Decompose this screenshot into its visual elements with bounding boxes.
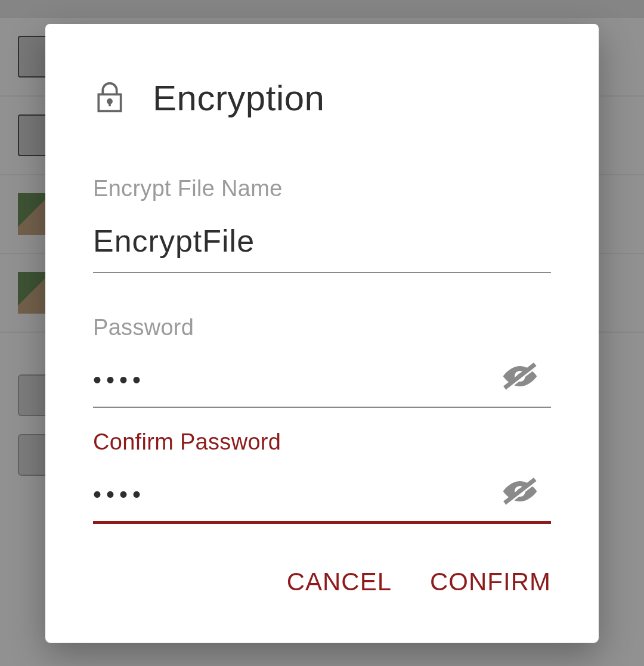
dialog-header: Encryption [93, 24, 551, 119]
dialog-button-row: CANCEL CONFIRM [93, 568, 551, 643]
filename-input[interactable] [93, 216, 551, 273]
cancel-button[interactable]: CANCEL [287, 568, 392, 596]
password-field-group: Password [93, 315, 551, 408]
filename-label: Encrypt File Name [93, 176, 551, 202]
confirm-password-label: Confirm Password [93, 429, 551, 455]
confirm-button[interactable]: CONFIRM [430, 568, 551, 596]
confirm-password-input[interactable] [93, 469, 551, 524]
toggle-confirm-visibility-button[interactable] [494, 470, 546, 515]
confirm-password-field-group: Confirm Password [93, 429, 551, 524]
svg-point-1 [108, 99, 112, 103]
toggle-password-visibility-button[interactable] [494, 355, 546, 399]
dialog-title: Encryption [153, 78, 324, 119]
lock-icon [93, 80, 126, 116]
eye-off-icon [500, 500, 540, 509]
eye-off-icon [500, 385, 540, 394]
filename-field-group: Encrypt File Name [93, 176, 551, 273]
encryption-dialog: Encryption Encrypt File Name Password [45, 24, 599, 643]
password-input[interactable] [93, 355, 551, 408]
password-label: Password [93, 315, 551, 340]
